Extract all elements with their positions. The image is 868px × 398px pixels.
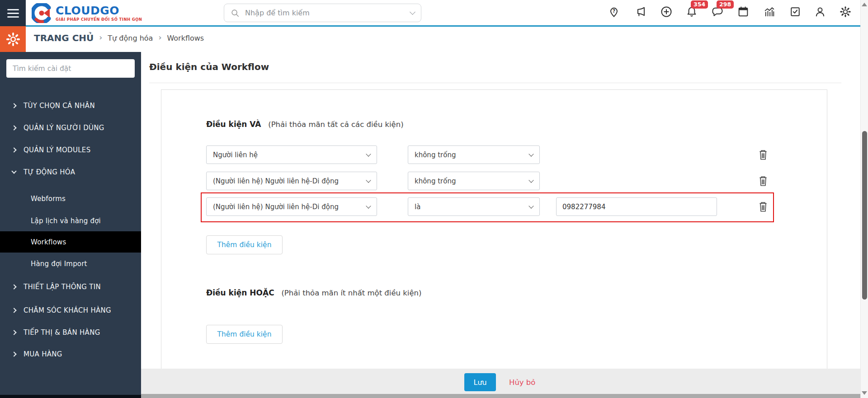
tasks-button[interactable]	[789, 5, 802, 18]
quick-add-button[interactable]	[660, 5, 673, 18]
analytics-button[interactable]	[763, 5, 776, 18]
sidebar-group-personal-options[interactable]: TÙY CHỌN CÁ NHÂN	[0, 95, 141, 117]
sidebar-search-input[interactable]	[6, 59, 135, 78]
messages-button[interactable]: 298	[711, 5, 724, 18]
global-search-input[interactable]	[244, 8, 406, 18]
breadcrumb: TRANG CHỦ › Tự động hóa › Workflows	[34, 33, 204, 43]
or-section-label: Điều kiện HOẶC (Phải thỏa mãn ít nhất mộ…	[206, 288, 421, 297]
sidebar-group-module-management[interactable]: QUẢN LÝ MODULES	[0, 139, 141, 161]
sidebar-item-scheduler[interactable]: Lập lịch và hàng đợi	[0, 210, 141, 232]
calendar-button[interactable]	[737, 5, 750, 18]
chevron-right-icon	[11, 125, 16, 130]
cancel-button[interactable]: Hủy bỏ	[506, 373, 538, 391]
logo-tagline: GIẢI PHÁP CHUYỂN ĐỔI SỐ TINH GỌN	[56, 17, 142, 22]
trash-icon	[758, 149, 769, 161]
chevron-down-icon	[528, 203, 533, 208]
page-title: Điều kiện của Workflow	[149, 61, 269, 72]
app-root: CLOUDGO GIẢI PHÁP CHUYỂN ĐỔI SỐ TINH GỌN…	[0, 0, 868, 398]
hamburger-menu-button[interactable]	[0, 0, 26, 26]
sidebar-item-workflows[interactable]: Workflows	[0, 231, 141, 253]
location-help-icon: ?	[608, 5, 620, 18]
profile-button[interactable]	[814, 5, 826, 18]
chevron-right-icon	[11, 147, 16, 152]
title-divider	[149, 83, 841, 83]
condition-value-input[interactable]	[556, 197, 717, 216]
chevron-down-icon	[366, 178, 371, 183]
chevron-right-icon	[11, 103, 16, 108]
sidebar-item-import-queue[interactable]: Hàng đợi Import	[0, 253, 141, 275]
scrollbar-down-arrow[interactable]	[862, 391, 867, 395]
condition-field-select[interactable]: (Người liên hệ) Người liên hệ-Di động	[206, 172, 377, 190]
cloudgo-logo[interactable]: CLOUDGO GIẢI PHÁP CHUYỂN ĐỔI SỐ TINH GỌN	[32, 3, 142, 23]
breadcrumb-separator-icon: ›	[99, 33, 102, 42]
settings-button[interactable]	[839, 5, 852, 18]
chevron-right-icon	[11, 308, 16, 313]
search-icon	[231, 9, 240, 18]
and-section-title: Điều kiện VÀ	[206, 120, 261, 129]
sidebar-group-marketing-sales[interactable]: TIẾP THỊ & BÁN HÀNG	[0, 322, 141, 343]
breadcrumb-automation[interactable]: Tự động hóa	[108, 34, 153, 42]
calendar-icon	[737, 5, 750, 18]
sidebar-group-user-management[interactable]: QUẢN LÝ NGƯỜI DÙNG	[0, 117, 141, 139]
breadcrumb-separator-icon: ›	[158, 33, 161, 42]
messages-badge: 298	[717, 0, 734, 9]
condition-field-select[interactable]: Người liên hệ	[206, 145, 377, 164]
and-section-label: Điều kiện VÀ (Phải thỏa mãn tất cả các đ…	[206, 120, 404, 129]
action-footer: Lưu Hủy bỏ	[141, 369, 860, 394]
delete-condition-button[interactable]	[758, 149, 769, 161]
svg-text:?: ?	[613, 8, 615, 14]
window-bottom-edge-left	[0, 395, 141, 398]
trash-icon	[758, 175, 769, 187]
sidebar-group-purchasing[interactable]: MUA HÀNG	[0, 343, 141, 365]
notifications-badge: 354	[691, 0, 708, 9]
page-scrollbar[interactable]	[860, 0, 868, 398]
chevron-down-icon	[366, 151, 371, 156]
delete-condition-button[interactable]	[758, 175, 769, 187]
sidebar-group-automation[interactable]: TỰ ĐỘNG HÓA	[0, 161, 141, 183]
condition-field-select[interactable]: (Người liên hệ) Người liên hệ-Di động	[206, 197, 377, 216]
trash-icon	[758, 201, 769, 213]
location-help-button[interactable]: ?	[608, 5, 620, 18]
chevron-right-icon	[11, 284, 16, 289]
condition-operator-select[interactable]: là	[408, 197, 540, 216]
settings-gear-icon	[5, 32, 21, 47]
settings-sidebar: TÙY CHỌN CÁ NHÂN QUẢN LÝ NGƯỜI DÙNG QUẢN…	[0, 52, 141, 395]
chart-icon	[763, 5, 776, 18]
hamburger-icon	[7, 9, 19, 10]
gear-icon	[839, 5, 852, 18]
add-or-condition-button[interactable]: Thêm điều kiện	[206, 325, 283, 344]
checkbox-icon	[789, 5, 802, 18]
global-search	[224, 4, 421, 22]
chevron-down-icon	[528, 178, 533, 183]
plus-circle-icon	[660, 5, 673, 18]
add-and-condition-button[interactable]: Thêm điều kiện	[206, 235, 283, 254]
window-bottom-edge-right	[141, 394, 868, 398]
cloudgo-logo-icon	[32, 3, 52, 23]
chevron-right-icon	[11, 351, 16, 356]
condition-operator-select[interactable]: không trống	[408, 145, 540, 164]
announcement-button[interactable]	[635, 5, 647, 18]
chevron-down-icon	[366, 203, 371, 208]
sidebar-group-info-setup[interactable]: THIẾT LẬP THÔNG TIN	[0, 276, 141, 298]
sidebar-group-customer-care[interactable]: CHĂM SÓC KHÁCH HÀNG	[0, 300, 141, 321]
sidebar-item-webforms[interactable]: Webforms	[0, 188, 141, 210]
scrollbar-up-arrow[interactable]	[862, 3, 867, 6]
breadcrumb-workflows[interactable]: Workflows	[167, 34, 204, 42]
logo-title: CLOUDGO	[56, 5, 142, 16]
and-section-hint: (Phải thỏa mãn tất cả các điều kiện)	[268, 120, 403, 129]
scrollbar-thumb[interactable]	[862, 131, 867, 300]
breadcrumb-home[interactable]: TRANG CHỦ	[34, 33, 94, 43]
chevron-down-icon	[11, 169, 16, 173]
or-section-title: Điều kiện HOẶC	[206, 288, 274, 297]
save-button[interactable]: Lưu	[464, 373, 496, 391]
chevron-right-icon	[11, 330, 16, 335]
or-section-hint: (Phải thỏa mãn ít nhất một điều kiện)	[281, 289, 421, 297]
search-dropdown-chevron-icon[interactable]	[410, 9, 415, 15]
settings-module-tile[interactable]	[0, 26, 26, 52]
chevron-down-icon	[528, 151, 533, 156]
notifications-button[interactable]: 354	[685, 5, 698, 18]
condition-operator-select[interactable]: không trống	[408, 172, 540, 190]
person-icon	[814, 5, 826, 18]
megaphone-icon	[635, 5, 647, 18]
delete-condition-button[interactable]	[758, 201, 769, 213]
